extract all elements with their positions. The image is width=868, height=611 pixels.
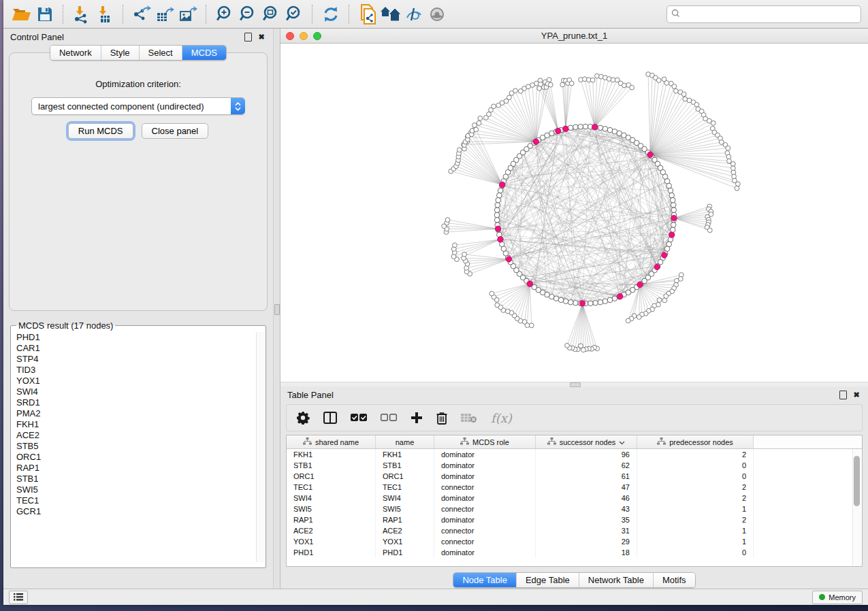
mcds-result-item[interactable]: SWI5: [15, 484, 264, 495]
tab-network[interactable]: Network: [50, 46, 101, 60]
table-row[interactable]: SWI4SWI4dominator462: [287, 493, 863, 503]
mcds-result-item[interactable]: STB5: [15, 441, 264, 452]
table-panel: Table Panel ✖ f(x) shared namenameMCDS r…: [280, 386, 868, 589]
toolbar-separator: [349, 5, 350, 24]
float-panel-icon[interactable]: [243, 32, 253, 42]
refresh-icon: [322, 5, 340, 23]
mcds-result-item[interactable]: SWI4: [15, 386, 264, 397]
mcds-node: [592, 125, 597, 130]
table-row[interactable]: SWI5SWI5connector431: [287, 503, 863, 514]
export-image-icon: [178, 5, 197, 24]
search-box[interactable]: [666, 5, 861, 23]
mcds-node: [506, 257, 511, 262]
zoom-fit-button[interactable]: [259, 3, 283, 26]
zoom-in-button[interactable]: [213, 3, 236, 26]
tab-select[interactable]: Select: [140, 46, 182, 60]
table-scrollbar-thumb[interactable]: [854, 456, 860, 506]
mcds-result-item[interactable]: GCR1: [15, 506, 264, 517]
trash-icon[interactable]: [436, 412, 447, 425]
table-row[interactable]: RAP1RAP1dominator352: [287, 514, 863, 525]
gear-icon[interactable]: [296, 411, 310, 425]
column-header-name[interactable]: name: [376, 435, 434, 449]
mcds-result-item[interactable]: TEC1: [15, 495, 264, 506]
horizontal-splitter[interactable]: [280, 382, 868, 386]
tab-motifs[interactable]: Motifs: [654, 573, 695, 587]
home-button[interactable]: [379, 3, 402, 26]
mcds-result-list: PHD1CAR1STP4TID3YOX1SWI4SRD1PMA2FKH1ACE2…: [15, 332, 264, 562]
mcds-result-item[interactable]: PHD1: [15, 332, 264, 343]
vertical-splitter[interactable]: [273, 29, 280, 589]
open-file-button[interactable]: [10, 3, 33, 26]
run-mcds-button[interactable]: Run MCDS: [68, 123, 133, 139]
table-row[interactable]: ORC1ORC1dominator610: [287, 471, 863, 482]
zoom-selected-button[interactable]: [283, 3, 306, 26]
apply-layout-button[interactable]: [319, 3, 342, 26]
tab-network-table[interactable]: Network Table: [579, 573, 654, 587]
control-panel-tabs: NetworkStyleSelectMCDS: [3, 45, 273, 61]
shared-column-icon: [460, 437, 469, 446]
tab-node-table[interactable]: Node Table: [453, 573, 517, 587]
network-canvas[interactable]: [280, 44, 868, 382]
zoom-out-button[interactable]: [236, 3, 259, 26]
task-history-button[interactable]: [9, 591, 28, 604]
table-row[interactable]: TEC1TEC1connector472: [287, 482, 863, 493]
float-table-panel-icon[interactable]: [838, 390, 848, 399]
plus-icon[interactable]: [411, 412, 423, 424]
mcds-result-item[interactable]: FKH1: [15, 419, 264, 430]
shared-column-icon: [303, 437, 312, 446]
table-row[interactable]: FKH1FKH1dominator962: [287, 449, 863, 461]
check-pair-icon[interactable]: [351, 414, 367, 422]
columns-icon[interactable]: [323, 412, 337, 424]
network-graph: [280, 44, 868, 382]
column-header-MCDS-role[interactable]: MCDS role: [434, 435, 536, 449]
zoom-out-icon: [238, 5, 257, 24]
mcds-result-item[interactable]: STP4: [15, 354, 264, 365]
import-table-button[interactable]: [93, 3, 116, 26]
mcds-result-item[interactable]: CAR1: [15, 343, 264, 354]
mcds-result-item[interactable]: RAP1: [15, 463, 264, 474]
column-header-shared-name[interactable]: shared name: [287, 435, 376, 449]
export-image-button[interactable]: [176, 3, 199, 26]
mcds-node: [671, 215, 677, 220]
box-pair-icon[interactable]: [381, 414, 397, 422]
fx-icon: f(x): [491, 411, 512, 425]
tab-style[interactable]: Style: [101, 46, 140, 60]
mcds-result-item[interactable]: SRD1: [15, 397, 264, 408]
network-from-file-button[interactable]: [356, 3, 379, 26]
tab-edge-table[interactable]: Edge Table: [517, 573, 579, 587]
table-row[interactable]: YOX1YOX1connector291: [287, 536, 863, 547]
mcds-result-item[interactable]: PMA2: [15, 408, 264, 419]
tab-mcds[interactable]: MCDS: [182, 46, 226, 60]
horizontal-splitter-handle[interactable]: [570, 382, 581, 387]
mcds-result-item[interactable]: ORC1: [15, 452, 264, 463]
mcds-result-item[interactable]: ACE2: [15, 430, 264, 441]
close-table-panel-icon[interactable]: ✖: [852, 390, 861, 399]
export-table-button[interactable]: [153, 3, 176, 26]
control-panel-title: Control Panel: [10, 32, 64, 42]
import-network-button[interactable]: [70, 3, 93, 26]
search-input[interactable]: [683, 9, 856, 20]
main-toolbar: [3, 0, 868, 29]
memory-button[interactable]: Memory: [812, 591, 863, 604]
doc-network-icon: [359, 4, 376, 24]
mcds-result-item[interactable]: STB1: [15, 474, 264, 484]
table-row[interactable]: STB1STB1dominator620: [287, 460, 863, 471]
mcds-result-item[interactable]: YOX1: [15, 376, 264, 386]
vertical-splitter-handle[interactable]: [274, 304, 280, 315]
mcds-result-item[interactable]: TID3: [15, 365, 264, 376]
hide-button[interactable]: [402, 3, 425, 26]
column-header-predecessor-nodes[interactable]: predecessor nodes: [637, 435, 754, 449]
result-scrollbar[interactable]: [256, 332, 264, 562]
close-panel-button[interactable]: Close panel: [142, 123, 209, 139]
column-header-successor-nodes[interactable]: successor nodes: [536, 435, 637, 449]
save-session-button[interactable]: [33, 3, 57, 26]
table-scrollbar[interactable]: [852, 449, 861, 565]
close-panel-icon[interactable]: ✖: [257, 32, 266, 42]
export-network-button[interactable]: [130, 3, 153, 26]
show-button[interactable]: [425, 3, 449, 26]
criterion-select[interactable]: largest connected component (undirected): [31, 97, 245, 115]
mcds-node: [647, 152, 653, 157]
table-row[interactable]: PHD1PHD1dominator180: [287, 547, 863, 558]
zoom-fit-icon: [261, 5, 280, 24]
table-row[interactable]: ACE2ACE2connector311: [287, 525, 863, 536]
